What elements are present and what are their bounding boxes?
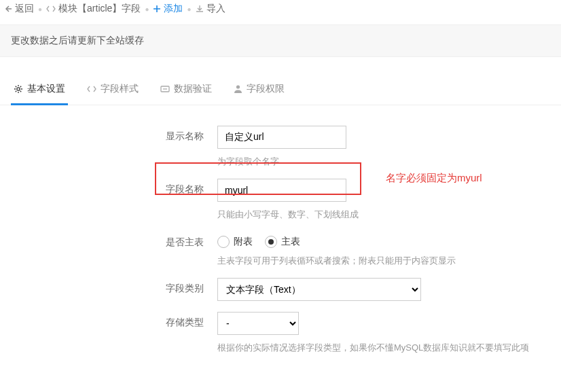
separator-dot: ●	[187, 5, 191, 13]
select-field-type[interactable]: 文本字段（Text）	[217, 278, 421, 301]
breadcrumb: 返回 ● 模块【article】字段 ● 添加 ● 导入	[0, 0, 561, 18]
code-icon	[46, 5, 56, 13]
hint-display-name: 为字段取个名字	[217, 156, 543, 168]
back-arrow-icon	[4, 5, 12, 13]
gear-icon	[14, 84, 23, 94]
tab-permission[interactable]: 字段权限	[231, 76, 287, 105]
label-field-type: 字段类别	[0, 278, 217, 295]
annotation-text: 名字必须固定为myurl	[386, 172, 482, 185]
row-field-name: 字段名称 只能由小写字母、数字、下划线组成	[0, 179, 561, 221]
tab-style[interactable]: 字段样式	[84, 76, 141, 105]
tab-basic[interactable]: 基本设置	[11, 76, 68, 105]
import-icon	[196, 5, 204, 13]
row-storage-type: 存储类型 - 根据你的实际情况选择字段类型，如果你不懂MySQL数据库知识就不要…	[0, 312, 561, 354]
notice-bar: 更改数据之后请更新下全站缓存	[0, 24, 561, 57]
hint-field-name: 只能由小写字母、数字、下划线组成	[217, 209, 543, 221]
breadcrumb-add[interactable]: 添加	[153, 3, 183, 15]
tab-validate-label: 数据验证	[174, 83, 212, 95]
row-display-name: 显示名称 为字段取个名字	[0, 126, 561, 168]
label-field-name: 字段名称	[0, 179, 217, 196]
notice-text: 更改数据之后请更新下全站缓存	[11, 35, 144, 46]
tab-basic-label: 基本设置	[27, 83, 65, 95]
breadcrumb-back[interactable]: 返回	[4, 3, 34, 15]
breadcrumb-add-label: 添加	[164, 3, 183, 15]
radio-circle-icon	[265, 236, 277, 248]
code-icon	[87, 85, 96, 93]
svg-point-2	[236, 85, 240, 88]
separator-dot: ●	[38, 5, 42, 13]
radio-circle-icon	[217, 236, 230, 248]
plus-icon	[153, 5, 161, 13]
breadcrumb-back-label: 返回	[15, 3, 34, 15]
row-field-type: 字段类别 文本字段（Text）	[0, 278, 561, 301]
validate-icon	[160, 84, 170, 94]
breadcrumb-import-label: 导入	[206, 3, 225, 15]
svg-point-0	[17, 88, 20, 90]
radio-main-label: 主表	[281, 236, 300, 248]
breadcrumb-module[interactable]: 模块【article】字段	[46, 3, 141, 15]
select-storage-type[interactable]: -	[217, 312, 299, 335]
label-display-name: 显示名称	[0, 126, 217, 143]
input-display-name[interactable]	[217, 126, 346, 149]
label-storage-type: 存储类型	[0, 312, 217, 329]
tabs: 基本设置 字段样式 数据验证 字段权限	[0, 76, 561, 105]
tab-validate[interactable]: 数据验证	[158, 76, 215, 105]
radio-sub-table[interactable]: 附表	[217, 236, 253, 248]
input-field-name[interactable]	[217, 179, 346, 202]
radio-main-table[interactable]: 主表	[265, 236, 300, 248]
radio-sub-label: 附表	[234, 236, 253, 248]
tab-permission-label: 字段权限	[247, 83, 285, 95]
breadcrumb-import[interactable]: 导入	[196, 3, 225, 15]
tab-style-label: 字段样式	[101, 83, 139, 95]
form: 显示名称 为字段取个名字 字段名称 只能由小写字母、数字、下划线组成 是否主表 …	[0, 105, 561, 370]
breadcrumb-module-label: 模块【article】字段	[58, 3, 141, 15]
label-main-table: 是否主表	[0, 232, 217, 249]
user-icon	[234, 84, 242, 94]
hint-main-table: 主表字段可用于列表循环或者搜索；附表只能用于内容页显示	[217, 255, 543, 267]
separator-dot: ●	[145, 5, 149, 13]
hint-storage-type: 根据你的实际情况选择字段类型，如果你不懂MySQL数据库知识就不要填写此项	[217, 342, 543, 354]
row-main-table: 是否主表 附表 主表 主表字段可用于列表循环或者搜索；附表只能用于内容页显示	[0, 232, 561, 267]
